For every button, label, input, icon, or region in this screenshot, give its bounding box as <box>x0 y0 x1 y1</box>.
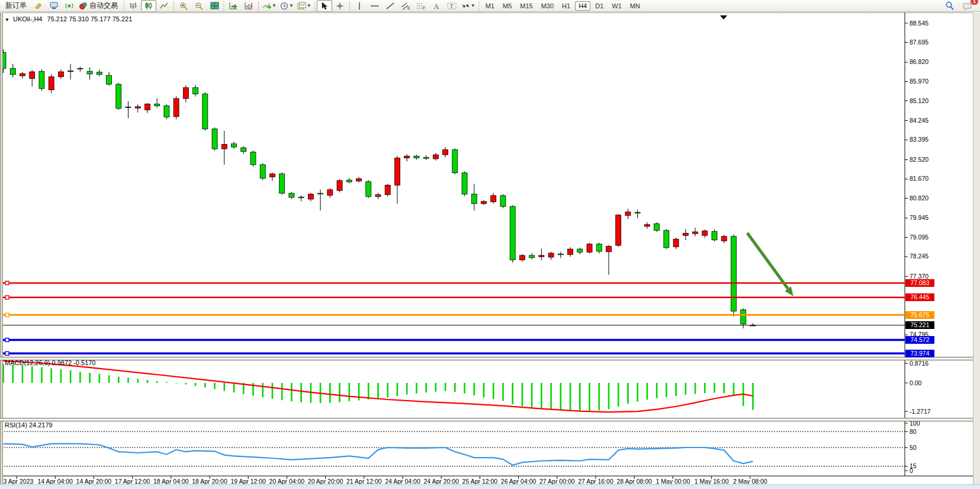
candle <box>212 129 217 149</box>
arrows-icon[interactable]: ▼ <box>460 0 477 12</box>
line-price-badge: 77.083 <box>905 279 934 287</box>
line-handle[interactable] <box>5 313 9 317</box>
line-handle[interactable] <box>5 351 9 355</box>
candle <box>433 155 438 159</box>
notifications-icon[interactable]: 1 <box>960 0 975 12</box>
price-tick-label: 87.695 <box>910 39 928 46</box>
status-strip <box>0 484 980 489</box>
macd-label: MACD(12,26,9) 0.9872 -0.5170 <box>5 359 95 366</box>
candle <box>155 104 160 106</box>
horizontal-line-icon[interactable] <box>367 0 383 12</box>
timeframe-button-m5[interactable]: M5 <box>499 1 515 11</box>
candle <box>702 231 708 236</box>
terminal-icon[interactable] <box>46 0 62 12</box>
ohlc-values: 75.212 75.310 75.177 75.221 <box>47 15 133 23</box>
candlestick-chart-icon[interactable] <box>141 0 156 12</box>
timeframe-button-h1[interactable]: H1 <box>558 1 574 11</box>
vertical-line-icon[interactable] <box>352 0 367 12</box>
chart-plot <box>0 0 980 489</box>
candle <box>346 180 352 182</box>
candle <box>193 88 198 94</box>
chart-shift-marker[interactable] <box>720 15 727 20</box>
rsi-tick-label: 80 <box>910 428 917 435</box>
signal-icon[interactable] <box>62 0 77 12</box>
toolbar-separator <box>258 1 259 10</box>
current-price-badge: 75.221 <box>905 321 934 329</box>
price-tick-label: 82.520 <box>910 156 928 163</box>
indicators-icon[interactable]: ▼ <box>261 0 278 12</box>
line-chart-icon[interactable] <box>156 0 172 12</box>
candle <box>49 76 54 90</box>
new-order-button[interactable]: 新订单 <box>1 0 31 12</box>
chart-shift-icon[interactable] <box>241 0 256 12</box>
toolbar-grip <box>478 1 480 11</box>
candle <box>68 71 73 72</box>
timeframe-button-w1[interactable]: W1 <box>608 1 625 11</box>
line-handle[interactable] <box>5 281 9 285</box>
cursor-icon[interactable] <box>317 0 332 12</box>
search-icon[interactable] <box>942 0 957 12</box>
line-price-badge: 76.445 <box>905 293 934 301</box>
trendline-icon[interactable] <box>383 0 398 12</box>
templates-icon[interactable]: ▼ <box>295 0 313 12</box>
timeframe-button-d1[interactable]: D1 <box>592 1 607 11</box>
fibo-letter: F <box>423 6 425 10</box>
candle <box>173 98 179 117</box>
candle <box>164 106 169 117</box>
candle <box>596 244 602 251</box>
pane-splitter[interactable] <box>0 357 973 360</box>
line-handle[interactable] <box>5 338 9 341</box>
tile-windows-icon[interactable] <box>207 0 222 12</box>
bar-chart-icon[interactable] <box>126 0 141 12</box>
candle <box>423 158 429 159</box>
candle <box>327 190 333 196</box>
hammer-icon[interactable] <box>31 0 46 12</box>
candle <box>635 212 640 213</box>
pane-splitter[interactable] <box>0 418 973 421</box>
trend-arrow-object[interactable] <box>747 233 788 289</box>
candle <box>318 193 323 194</box>
zoom-in-icon[interactable] <box>176 0 191 12</box>
timeframe-button-m30[interactable]: M30 <box>538 1 557 11</box>
candle <box>30 72 35 78</box>
price-tick-label: 86.820 <box>910 58 928 65</box>
candle <box>462 173 467 194</box>
toolbar-separator <box>349 1 350 10</box>
candle <box>366 182 371 197</box>
chart-legend: ▼ UKOil-,H4 75.212 75.310 75.177 75.221 <box>5 15 132 23</box>
chevron-down-icon: ▼ <box>289 3 294 8</box>
crosshair-icon[interactable] <box>332 0 348 12</box>
timeframe-button-m1[interactable]: M1 <box>482 1 498 11</box>
candle <box>491 196 496 202</box>
timeframe-button-m15[interactable]: M15 <box>516 1 536 11</box>
timeframe-button-h4[interactable]: H4 <box>575 1 590 11</box>
symbol-period-label: UKOil-,H4 <box>13 15 43 23</box>
line-handle[interactable] <box>5 296 9 299</box>
zoom-out-icon[interactable] <box>191 0 207 12</box>
fibonacci-icon[interactable]: F <box>413 0 429 12</box>
candle <box>625 212 631 215</box>
auto-scroll-icon[interactable] <box>226 0 241 12</box>
candle <box>385 185 390 194</box>
new-order-label: 新订单 <box>3 1 29 11</box>
text-label-icon[interactable]: T <box>444 0 460 12</box>
autotrade-button[interactable]: 自动交易 <box>77 0 122 12</box>
toolbar-grip <box>123 1 124 11</box>
equidistant-channel-icon[interactable]: E <box>398 0 413 12</box>
periods-icon[interactable]: ▼ <box>278 0 295 12</box>
chevron-down-icon: ▼ <box>307 3 311 8</box>
timeframe-button-mn[interactable]: MN <box>626 1 644 11</box>
candle <box>731 236 736 311</box>
candle <box>548 253 554 257</box>
rsi-line <box>4 444 753 465</box>
candle <box>577 249 583 252</box>
line-price-badge: 74.572 <box>905 336 934 344</box>
one-click-arrow-icon[interactable]: ▼ <box>5 17 9 23</box>
text-icon[interactable]: A <box>429 0 444 12</box>
toolbar-grip <box>314 1 316 11</box>
price-tick-label: 85.120 <box>910 97 928 104</box>
candle <box>250 152 256 164</box>
candle <box>144 104 150 110</box>
timeframe-switcher: M1M5M15M30H1H4D1W1MN <box>482 1 644 11</box>
candle <box>558 254 563 255</box>
